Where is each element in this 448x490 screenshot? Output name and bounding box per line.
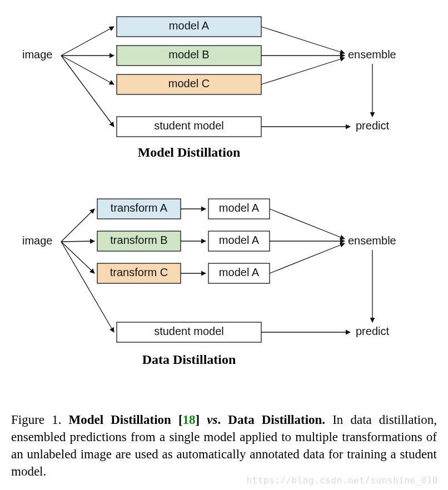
citation-link[interactable]: 18	[183, 413, 196, 427]
arrow-image-tc	[61, 242, 94, 273]
ensemble-label-2: ensemble	[348, 234, 396, 247]
arrow-ma-ensemble	[270, 209, 345, 239]
caption-bold1: Model Distillation [	[69, 413, 183, 427]
model-a3-label: model A	[219, 266, 260, 278]
data-distillation-title: Data Distillation	[142, 352, 236, 367]
arrow-image-a	[61, 27, 114, 56]
arrow-mc-ensemble	[270, 243, 345, 273]
caption-prefix: Figure 1.	[11, 413, 69, 427]
arrow-image-student	[61, 56, 114, 127]
caption-bold3: . Data Distillation.	[218, 413, 326, 427]
model-c-label: model C	[168, 77, 210, 89]
arrow-image-student-2	[61, 242, 114, 332]
model-a1-label: model A	[219, 202, 260, 214]
transform-a-label: transform A	[111, 202, 168, 214]
arrow-c-ensemble	[261, 58, 345, 84]
input-label-2: image	[22, 234, 52, 247]
caption-vs: vs	[207, 413, 217, 427]
model-a-label: model A	[169, 19, 210, 32]
arrow-image-ta	[61, 209, 94, 242]
predict-label-2: predict	[356, 325, 389, 337]
model-b-label: model B	[168, 48, 209, 61]
input-label: image	[22, 48, 52, 61]
caption-bold2: ]	[196, 413, 207, 427]
figure-caption: Figure 1. Model Distillation [18] vs. Da…	[11, 411, 437, 480]
transform-c-label: transform C	[110, 266, 168, 278]
arrow-image-c	[61, 56, 114, 84]
student-model-2-label: student model	[154, 325, 224, 337]
model-distillation-title: Model Distillation	[138, 145, 241, 159]
predict-label: predict	[356, 119, 389, 132]
arrow-image-tb	[61, 241, 94, 242]
transform-b-label: transform B	[110, 234, 167, 246]
model-distillation-diagram: image model A model B model C student mo…	[0, 0, 448, 167]
watermark-text: https://blog.csdn.net/sunshine_010	[246, 475, 438, 486]
data-distillation-diagram: image transform A transform B transform …	[0, 167, 448, 400]
model-a2-label: model A	[219, 234, 260, 246]
student-model-label: student model	[154, 119, 224, 132]
arrow-a-ensemble	[261, 27, 345, 53]
ensemble-label: ensemble	[348, 48, 396, 61]
